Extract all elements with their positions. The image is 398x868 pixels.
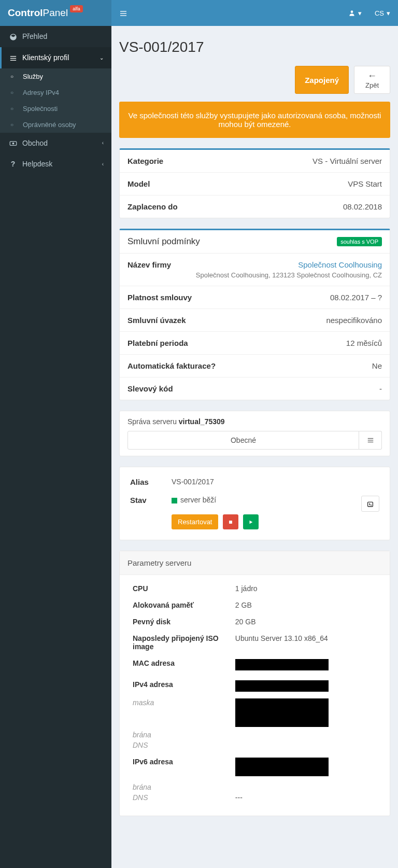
brand-badge: alfa [70,5,83,12]
contract-title: Smluvní podmínky [127,236,200,247]
dns6-value: --- [235,793,377,802]
svg-rect-1 [10,58,16,58]
auto-value: Ne [242,361,382,370]
ipv6-label: IPv6 adresa [133,758,235,766]
caret-down-icon: ▾ [387,9,390,17]
warning-alert: Ve společnosti této služby vystupujete j… [119,102,390,138]
play-icon [248,520,253,525]
caret-down-icon: ▾ [358,9,362,17]
stop-icon [228,520,233,525]
cpu-value: 1 jádro [235,584,377,593]
back-button[interactable]: ← Zpět [354,66,390,94]
money-icon [8,139,18,148]
terminal-icon [367,501,374,508]
svg-rect-5 [120,11,126,11]
company-label: Název firmy [127,260,242,269]
ram-label: Alokovaná paměť [133,601,235,609]
server-status-panel: Alias VS-001/2017 Stav server běží Resta… [119,467,390,540]
svg-rect-11 [367,442,373,442]
chevron-left-icon: ‹ [102,140,104,146]
commitment-value: nespecifikováno [242,316,382,325]
nav-helpdesk[interactable]: ? Helpdesk ‹ [0,153,111,174]
server-name: virtual_75309 [179,417,225,426]
summary-paid-label: Zaplaceno do [127,202,242,211]
arrow-left-icon: ← [367,71,377,81]
play-button[interactable] [243,514,259,529]
disk-value: 20 GB [235,618,377,626]
validity-label: Platnost smlouvy [127,293,242,302]
chevron-left-icon: ‹ [102,161,104,167]
summary-paid-value: 08.02.2018 [242,202,382,211]
summary-model-value: VPS Start [242,179,382,188]
commitment-label: Smluvní úvazek [127,316,242,325]
summary-panel: Kategorie VS - Virtuální server Model VP… [119,148,390,218]
nav-overview[interactable]: Přehled [0,26,111,47]
contract-panel: Smluvní podmínky souhlas s VOP Název fir… [119,229,390,400]
cpu-label: CPU [133,584,235,593]
nav-services[interactable]: ○Služby [0,68,111,85]
contract-tag: souhlas s VOP [337,237,382,246]
status-button[interactable]: Zapojený [295,66,349,94]
mask-label: maska [133,698,235,707]
circle-icon: ○ [10,74,18,79]
server-mgmt-title: Správa serveru virtual_75309 [127,417,382,426]
circle-icon: ○ [10,106,18,111]
summary-category-label: Kategorie [127,157,242,165]
auto-label: Automatická fakturace? [127,361,242,370]
nav-client-profile[interactable]: Klientský profil ⌄ [0,47,111,68]
tab-menu-button[interactable] [359,431,382,450]
chevron-down-icon: ⌄ [100,55,104,61]
stop-button[interactable] [223,514,238,529]
user-menu[interactable]: ▾ [348,9,362,17]
params-title: Parametry serveru [120,551,390,575]
tab-general[interactable]: Obecné [127,431,359,450]
user-icon [348,9,356,17]
summary-category-value: VS - Virtuální server [242,157,382,165]
brand-logo[interactable]: ControlPanel alfa [0,0,111,26]
ipv4-value-redacted [235,680,329,692]
ipv6-value-redacted [235,758,329,776]
nav-ipv4[interactable]: ○Adresy IPv4 [0,85,111,101]
period-value: 12 měsíců [242,339,382,347]
alias-value: VS-001/2017 [172,478,379,486]
server-params-panel: Parametry serveru CPU1 jádro Alokovaná p… [119,551,390,816]
gateway6-label: brána [133,783,235,791]
svg-rect-7 [120,15,126,16]
validity-value: 08.02.2017 – ? [242,293,382,302]
iso-label: Naposledy připojený ISO image [133,634,235,651]
iso-value: Ubuntu Server 13.10 x86_64 [235,634,377,642]
alias-label: Alias [130,478,172,486]
svg-rect-0 [10,56,16,57]
menu-toggle-icon[interactable] [119,8,127,18]
bars-icon [367,437,374,444]
console-button[interactable] [361,496,379,512]
period-label: Platební perioda [127,339,242,347]
summary-model-label: Model [127,179,242,188]
lang-menu[interactable]: CS ▾ [375,9,390,17]
svg-rect-2 [10,60,16,60]
svg-rect-6 [120,13,126,13]
restart-button[interactable]: Restartovat [172,514,218,529]
nav-shop[interactable]: Obchod ‹ [0,133,111,154]
brand-bold: Control [8,7,43,19]
mac-label: MAC adresa [133,659,235,667]
list-icon [8,53,18,62]
circle-icon: ○ [10,122,18,128]
mac-value-redacted [235,659,329,670]
nav-authorized[interactable]: ○Oprávněné osoby [0,117,111,133]
question-icon: ? [8,160,18,168]
discount-value: - [242,384,382,393]
company-sub: Společnost Coolhousing, 123123 Společnos… [127,271,382,279]
page-title: VS-001/2017 [119,39,390,55]
dashboard-icon [8,32,18,41]
svg-point-4 [12,143,14,145]
ram-value: 2 GB [235,601,377,609]
svg-rect-9 [367,438,373,439]
nav-companies[interactable]: ○Společnosti [0,101,111,117]
topbar: ▾ CS ▾ [111,0,398,26]
dns6-label: DNS [133,793,235,802]
discount-label: Slevový kód [127,384,242,393]
state-value: server běží [180,496,216,504]
company-link[interactable]: Společnost Coolhousing [298,260,382,269]
status-indicator-icon [172,498,177,503]
